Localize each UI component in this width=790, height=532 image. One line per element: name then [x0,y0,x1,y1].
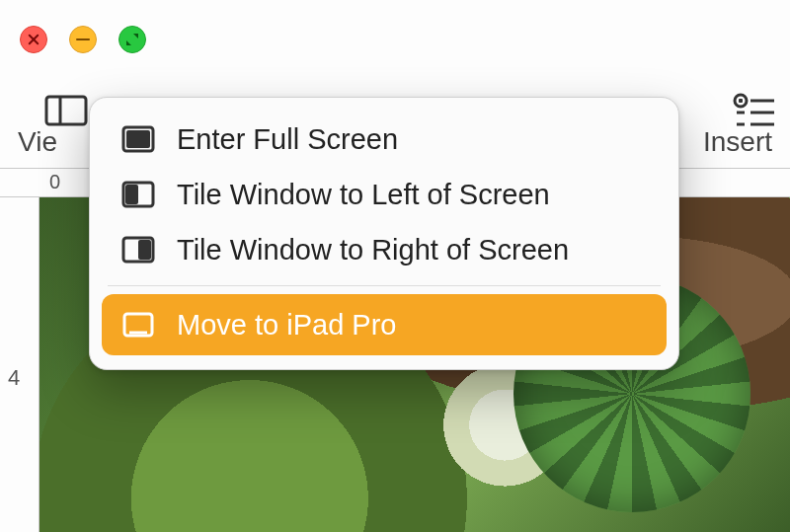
app-window: Vie Insert 0 4 Enter Full Screen Tile Wi… [0,0,790,532]
menu-separator [108,285,661,286]
menu-item-label: Tile Window to Left of Screen [177,179,550,211]
close-window-button[interactable] [20,26,47,53]
zoom-window-button[interactable] [118,26,146,53]
window-controls [20,26,146,53]
menu-item-label: Tile Window to Right of Screen [177,234,569,266]
menu-item-label: Move to iPad Pro [177,309,396,342]
vertical-ruler: 4 [0,197,40,532]
ruler-v-tick: 4 [8,365,20,391]
svg-rect-11 [126,130,150,148]
tile-right-icon [121,236,155,264]
toolbar-group-label-view: Vie [18,126,57,158]
menu-item-tile-left[interactable]: Tile Window to Left of Screen [102,167,667,222]
svg-rect-13 [125,185,138,204]
ruler-h-tick: 0 [49,171,60,193]
toolbar-group-label-insert: Insert [703,126,772,158]
menu-item-label: Enter Full Screen [177,123,398,156]
ipad-icon [121,311,155,339]
menu-item-tile-right[interactable]: Tile Window to Right of Screen [102,222,667,277]
menu-item-move-to-ipad[interactable]: Move to iPad Pro [102,294,667,355]
fullscreen-icon [121,125,155,153]
menu-item-enter-full-screen[interactable]: Enter Full Screen [102,112,667,167]
svg-rect-15 [138,240,151,260]
tile-left-icon [121,181,155,208]
window-zoom-menu: Enter Full Screen Tile Window to Left of… [89,97,679,370]
svg-rect-0 [46,97,86,124]
minimize-window-button[interactable] [69,26,97,53]
